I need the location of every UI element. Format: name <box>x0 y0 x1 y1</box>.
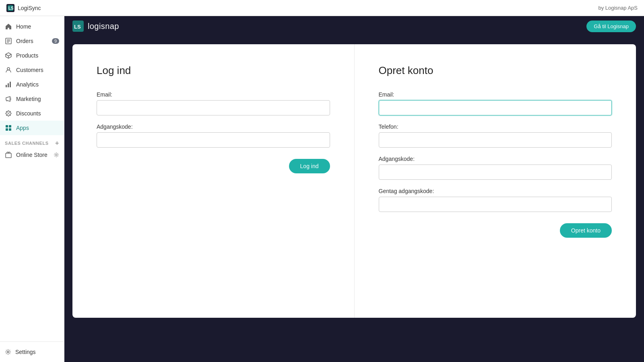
register-phone-label: Telefon: <box>379 123 612 130</box>
svg-point-24 <box>56 154 57 156</box>
sidebar-bottom: Settings <box>0 341 64 362</box>
register-confirm-password-label: Gentag adgangskode: <box>379 188 612 194</box>
register-password-group: Adgangskode: <box>379 156 612 180</box>
sidebar-item-marketing[interactable]: Marketing <box>0 92 64 106</box>
svg-line-8 <box>8 54 11 56</box>
svg-rect-23 <box>6 153 11 158</box>
sidebar-label-customers: Customers <box>16 67 43 73</box>
sidebar-label-discounts: Discounts <box>16 110 41 117</box>
svg-rect-11 <box>8 83 9 87</box>
sidebar-item-apps[interactable]: Apps <box>0 121 64 135</box>
svg-point-9 <box>7 68 10 70</box>
register-submit-button[interactable]: Opret konto <box>560 223 612 238</box>
top-header-left: LS LogiSync <box>6 4 41 12</box>
orders-icon <box>5 37 12 45</box>
register-password-label: Adgangskode: <box>379 156 612 162</box>
online-store-label: Online Store <box>16 152 47 158</box>
sidebar-item-settings[interactable]: Settings <box>0 345 64 359</box>
login-submit-button[interactable]: Log ind <box>289 159 330 173</box>
svg-rect-21 <box>6 128 8 131</box>
login-section: Log ind Email: Adgangskode: Log ind <box>72 44 355 318</box>
login-email-input[interactable] <box>97 100 330 115</box>
sidebar-nav: Home Orders 9 <box>0 19 64 341</box>
app-topbar: LS logisnap Gå til Logisnap <box>64 16 644 36</box>
svg-line-7 <box>6 54 8 56</box>
apps-icon <box>5 124 12 132</box>
products-icon <box>5 52 12 59</box>
customers-icon <box>5 66 12 74</box>
sidebar-label-apps: Apps <box>16 125 29 131</box>
register-password-input[interactable] <box>379 165 612 180</box>
login-email-label: Email: <box>97 91 330 98</box>
svg-text:LS: LS <box>8 6 13 10</box>
sidebar-item-discounts[interactable]: Discounts <box>0 106 64 121</box>
sidebar-label-analytics: Analytics <box>16 81 39 88</box>
register-confirm-password-group: Gentag adgangskode: <box>379 188 612 212</box>
register-title: Opret konto <box>379 64 612 77</box>
sidebar-item-products[interactable]: Products <box>0 48 64 63</box>
register-confirm-password-input[interactable] <box>379 197 612 212</box>
sidebar-item-customers[interactable]: Customers <box>0 63 64 77</box>
sidebar-item-online-store[interactable]: Online Store <box>0 148 64 162</box>
login-email-group: Email: <box>97 91 330 115</box>
analytics-icon <box>5 81 12 88</box>
go-to-logisnap-button[interactable]: Gå til Logisnap <box>586 21 636 32</box>
sidebar: Home Orders 9 <box>0 16 64 362</box>
login-password-input[interactable] <box>97 132 330 148</box>
app-main: Log ind Email: Adgangskode: Log ind Opre… <box>64 36 644 362</box>
svg-rect-20 <box>9 125 11 128</box>
svg-point-18 <box>9 114 10 115</box>
svg-point-17 <box>7 112 8 113</box>
marketing-icon <box>5 95 12 103</box>
register-section: Opret konto Email: Telefon: Adgangskode: <box>355 44 636 318</box>
sidebar-label-products: Products <box>16 52 38 59</box>
sidebar-label-marketing: Marketing <box>16 96 41 102</box>
svg-rect-10 <box>6 85 7 87</box>
register-phone-group: Telefon: <box>379 123 612 148</box>
svg-text:LS: LS <box>74 24 81 30</box>
by-text: by Logisnap ApS <box>598 5 638 11</box>
sidebar-item-home[interactable]: Home <box>0 19 64 34</box>
svg-rect-22 <box>9 128 11 131</box>
sales-channels-section: SALES CHANNELS + <box>0 135 64 148</box>
svg-rect-12 <box>10 82 11 87</box>
login-password-label: Adgangskode: <box>97 123 330 130</box>
svg-rect-19 <box>6 125 8 128</box>
sidebar-label-orders: Orders <box>16 38 33 44</box>
register-email-input[interactable] <box>379 100 612 115</box>
app-logo-small: LS <box>6 4 14 12</box>
settings-label: Settings <box>15 349 36 355</box>
orders-badge: 9 <box>52 38 59 44</box>
add-channel-button[interactable]: + <box>55 140 59 146</box>
register-phone-input[interactable] <box>379 132 612 148</box>
online-store-settings-icon[interactable] <box>54 152 59 158</box>
register-email-label: Email: <box>379 91 612 98</box>
app-logo-mark: LS <box>72 21 84 32</box>
sidebar-label-home: Home <box>16 23 31 30</box>
svg-point-25 <box>7 351 9 353</box>
online-store-icon <box>5 151 12 158</box>
discounts-icon <box>5 110 12 117</box>
login-password-group: Adgangskode: <box>97 123 330 148</box>
register-email-group: Email: <box>379 91 612 115</box>
sales-channels-label: SALES CHANNELS <box>5 141 49 146</box>
app-topbar-title: logisnap <box>88 22 119 31</box>
app-name: LogiSync <box>18 5 41 11</box>
sidebar-item-orders[interactable]: Orders 9 <box>0 34 64 48</box>
top-header: LS LogiSync by Logisnap ApS <box>0 0 644 16</box>
sidebar-item-analytics[interactable]: Analytics <box>0 77 64 92</box>
app-topbar-left: LS logisnap <box>72 21 119 32</box>
settings-icon <box>5 349 11 355</box>
content-area: LS logisnap Gå til Logisnap Log ind Emai… <box>64 16 644 362</box>
login-title: Log ind <box>97 64 330 77</box>
home-icon <box>5 23 12 30</box>
card-container: Log ind Email: Adgangskode: Log ind Opre… <box>72 44 636 318</box>
